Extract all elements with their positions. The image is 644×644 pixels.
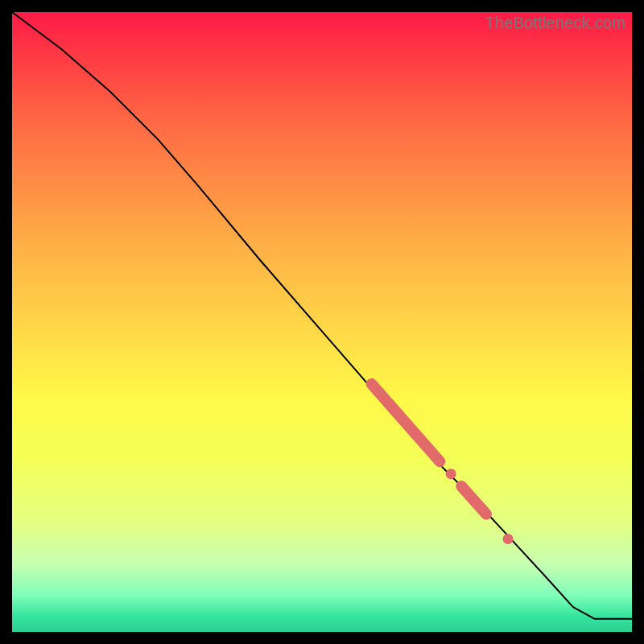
highlight-segment-0 [372, 384, 440, 461]
chart-svg [12, 12, 632, 632]
chart-stage: TheBottleneck.com [0, 0, 644, 644]
highlight-group [372, 384, 514, 544]
curve-path [12, 12, 632, 619]
highlight-segment-1 [461, 486, 486, 514]
highlight-dot-1 [503, 534, 514, 544]
plot-area: TheBottleneck.com [12, 12, 632, 632]
highlight-dot-0 [446, 469, 456, 479]
